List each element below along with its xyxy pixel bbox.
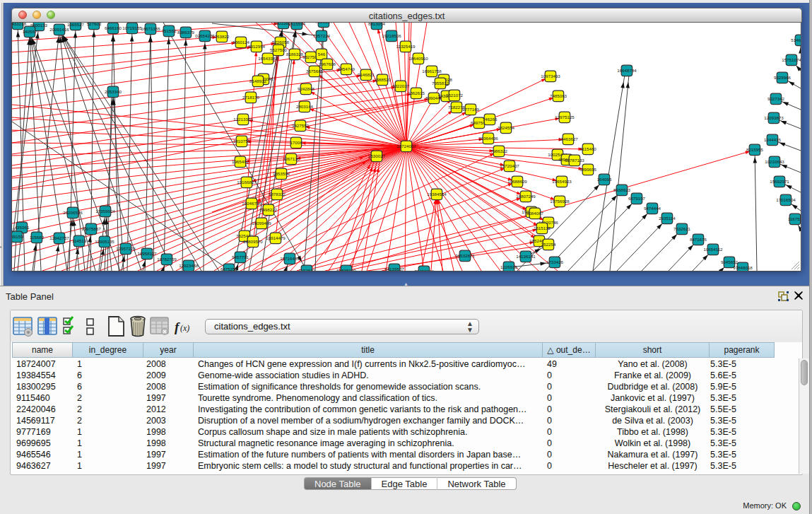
svg-text:15716485: 15716485 xyxy=(280,256,300,261)
svg-text:10210643: 10210643 xyxy=(765,159,784,164)
svg-text:10958117: 10958117 xyxy=(137,251,157,256)
svg-text:28809570: 28809570 xyxy=(243,239,263,244)
svg-text:10973493: 10973493 xyxy=(541,74,560,78)
svg-text:435061: 435061 xyxy=(15,225,30,230)
svg-text:6679197: 6679197 xyxy=(628,196,646,201)
svg-text:20091416: 20091416 xyxy=(49,27,69,32)
svg-text:51462704: 51462704 xyxy=(791,37,801,42)
svg-text:3675685: 3675685 xyxy=(306,69,324,74)
svg-text:5498222: 5498222 xyxy=(260,207,278,212)
svg-text:9474444: 9474444 xyxy=(644,206,661,211)
svg-text:2935114: 2935114 xyxy=(659,216,676,221)
svg-text:0433218: 0433218 xyxy=(12,23,27,26)
svg-text:164095: 164095 xyxy=(597,177,612,182)
svg-text:8912954: 8912954 xyxy=(248,44,266,49)
svg-text:18463627: 18463627 xyxy=(558,136,578,141)
svg-text:(x): (x) xyxy=(180,323,189,333)
svg-text:5527500: 5527500 xyxy=(270,47,288,52)
svg-text:8813054: 8813054 xyxy=(368,23,386,26)
svg-text:17359924: 17359924 xyxy=(95,209,115,214)
svg-text:02654235: 02654235 xyxy=(195,33,215,38)
svg-text:15692971: 15692971 xyxy=(770,179,789,184)
svg-text:9427552: 9427552 xyxy=(292,123,310,128)
svg-text:8454749: 8454749 xyxy=(338,66,355,71)
svg-text:3267130: 3267130 xyxy=(283,156,300,161)
svg-text:18640910: 18640910 xyxy=(408,56,428,61)
svg-text:1733426: 1733426 xyxy=(546,259,564,264)
svg-text:8938923: 8938923 xyxy=(613,187,631,192)
svg-text:6899695: 6899695 xyxy=(579,167,597,172)
svg-text:1588520: 1588520 xyxy=(374,77,392,82)
svg-text:8660124: 8660124 xyxy=(233,40,250,45)
svg-text:16099489: 16099489 xyxy=(252,221,271,226)
svg-text:10654112: 10654112 xyxy=(703,247,723,252)
svg-text:17957223: 17957223 xyxy=(116,246,136,251)
svg-text:8386379: 8386379 xyxy=(177,30,195,35)
svg-text:7632621: 7632621 xyxy=(673,226,691,231)
svg-text:2053340: 2053340 xyxy=(105,89,122,94)
svg-text:15720407: 15720407 xyxy=(500,163,519,168)
svg-text:12213303: 12213303 xyxy=(233,117,253,122)
svg-text:1615594: 1615594 xyxy=(288,23,306,26)
svg-text:8215955: 8215955 xyxy=(746,147,764,152)
svg-text:4192832: 4192832 xyxy=(298,268,316,271)
svg-text:6475255: 6475255 xyxy=(220,267,238,271)
svg-text:7816184: 7816184 xyxy=(315,23,333,24)
svg-text:16648784: 16648784 xyxy=(617,68,637,73)
svg-text:2803144: 2803144 xyxy=(296,104,314,109)
svg-text:16543382: 16543382 xyxy=(258,56,278,61)
svg-text:96532871: 96532871 xyxy=(455,253,475,258)
svg-text:1621072: 1621072 xyxy=(446,93,464,98)
svg-text:116753: 116753 xyxy=(788,216,801,221)
svg-text:9329966: 9329966 xyxy=(774,75,792,80)
svg-text:17016504: 17016504 xyxy=(776,197,796,202)
svg-text:16914479: 16914479 xyxy=(266,235,286,240)
svg-text:252254: 252254 xyxy=(541,242,556,247)
svg-text:7357224: 7357224 xyxy=(313,33,331,38)
svg-text:8322037: 8322037 xyxy=(392,83,410,88)
svg-text:12975125: 12975125 xyxy=(555,115,575,119)
svg-text:65787133: 65787133 xyxy=(565,158,584,163)
svg-text:7485063: 7485063 xyxy=(550,93,567,98)
svg-text:115682: 115682 xyxy=(30,235,45,240)
svg-text:18807249: 18807249 xyxy=(516,194,536,199)
svg-text:8186328: 8186328 xyxy=(286,52,304,57)
svg-text:1226916: 1226916 xyxy=(500,264,518,269)
svg-text:18724007: 18724007 xyxy=(396,144,416,148)
svg-text:12093873: 12093873 xyxy=(764,115,784,120)
svg-text:1353594: 1353594 xyxy=(273,171,290,176)
svg-text:20364436: 20364436 xyxy=(478,136,498,141)
svg-text:11325419: 11325419 xyxy=(396,44,416,49)
svg-text:15751074: 15751074 xyxy=(782,57,801,62)
svg-text:2718170: 2718170 xyxy=(242,95,260,100)
svg-text:8471676: 8471676 xyxy=(690,237,707,242)
svg-text:7986322: 7986322 xyxy=(490,148,508,153)
svg-text:64835030: 64835030 xyxy=(336,268,356,271)
svg-text:9245652: 9245652 xyxy=(721,259,739,264)
svg-text:1065527: 1065527 xyxy=(67,23,85,27)
svg-text:19218506: 19218506 xyxy=(382,33,401,38)
svg-text:10719155: 10719155 xyxy=(122,25,142,30)
svg-text:19384554: 19384554 xyxy=(427,192,447,197)
svg-text:527602: 527602 xyxy=(87,23,102,26)
svg-text:97848018: 97848018 xyxy=(733,265,753,270)
svg-text:16046766: 16046766 xyxy=(242,201,261,206)
svg-text:2967608: 2967608 xyxy=(319,62,336,66)
svg-text:17006: 17006 xyxy=(290,140,302,145)
svg-text:9146821: 9146821 xyxy=(358,72,375,77)
svg-text:19166827: 19166827 xyxy=(237,180,257,185)
svg-text:1362615: 1362615 xyxy=(408,90,425,95)
svg-text:5226058: 5226058 xyxy=(272,40,290,45)
svg-text:9242848: 9242848 xyxy=(298,86,315,91)
svg-text:10688609: 10688609 xyxy=(507,179,527,184)
svg-text:114519: 114519 xyxy=(72,238,87,243)
svg-text:1810755: 1810755 xyxy=(233,139,251,144)
svg-text:9115460: 9115460 xyxy=(579,146,596,151)
svg-text:751552: 751552 xyxy=(162,28,177,33)
svg-text:746266: 746266 xyxy=(483,117,498,122)
svg-text:2530027: 2530027 xyxy=(368,153,386,158)
svg-text:16961758: 16961758 xyxy=(422,69,442,74)
svg-text:19756928: 19756928 xyxy=(550,199,570,204)
svg-text:16782759: 16782759 xyxy=(157,257,177,262)
svg-text:546: 546 xyxy=(318,52,326,57)
